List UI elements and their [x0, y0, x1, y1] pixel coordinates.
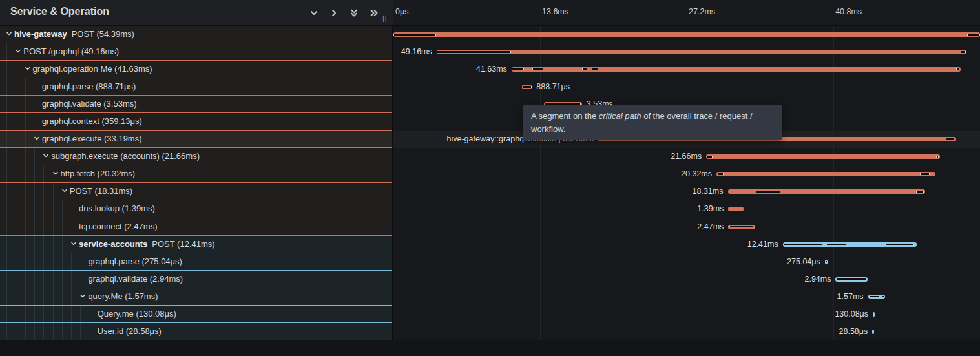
- span-name: Query.me (130.08μs): [0, 306, 393, 322]
- chevron-down-icon[interactable]: [308, 7, 320, 19]
- critical-path-segment: [729, 226, 753, 228]
- critical-path-segment: [920, 173, 930, 175]
- span-name: graphql.validate (3.53ms): [0, 96, 393, 112]
- operation-name: POST (12.41ms): [152, 239, 214, 249]
- chevron-down-icon[interactable]: [52, 166, 61, 183]
- span-name: service-accountsPOST (12.41ms): [0, 236, 393, 253]
- span-bar[interactable]: [872, 330, 874, 334]
- span-duration-label: 275.04μs: [787, 253, 820, 271]
- chevron-down-icon[interactable]: [33, 131, 42, 148]
- span-bar[interactable]: [728, 207, 743, 211]
- axis-tick-label: 27.2ms: [689, 7, 715, 16]
- span-name: http.fetch (20.32ms): [0, 165, 393, 182]
- span-name: graphql.parse (275.04μs): [0, 253, 393, 270]
- critical-path-segment: [393, 34, 436, 36]
- axis-tick-label: 13.6ms: [542, 7, 568, 16]
- span-name-cell: service-accountsPOST (12.41ms): [0, 236, 393, 253]
- critical-path-segment: [916, 191, 924, 193]
- span-duration-label: 2.94ms: [804, 271, 831, 288]
- span-duration-label: 12.41ms: [747, 236, 778, 253]
- span-duration-label: 1.57ms: [837, 288, 864, 306]
- span-name-cell: hive-gatewayPOST (54.39ms): [0, 26, 393, 43]
- critical-path-segment: [523, 86, 531, 88]
- chevron-down-icon[interactable]: [79, 289, 88, 306]
- critical-path-segment: [826, 261, 828, 263]
- span-name-cell: tcp.connect (2.47ms): [0, 218, 393, 236]
- bottom-spacer: [0, 340, 980, 356]
- operation-name: graphql.validate (2.94ms): [88, 274, 183, 284]
- span-bar[interactable]: [437, 50, 967, 54]
- span-name: hive-gatewayPOST (54.39ms): [0, 26, 393, 43]
- span-name-cell: graphql.validate (2.94ms): [0, 271, 393, 288]
- span-name-cell: User.id (28.58μs): [0, 323, 393, 340]
- span-name-cell: POST (18.31ms): [0, 183, 393, 200]
- operation-name: POST /graphql (49.16ms): [23, 47, 119, 56]
- span-bar[interactable]: [868, 295, 885, 299]
- span-name: User.id (28.58μs): [0, 323, 393, 340]
- critical-path-segment: [837, 278, 866, 280]
- span-name-cell: http.fetch (20.32ms): [0, 165, 393, 183]
- span-bar[interactable]: [728, 225, 755, 229]
- span-bar[interactable]: [706, 154, 940, 159]
- critical-path-segment: [885, 244, 914, 246]
- span-duration-label: 888.71μs: [536, 78, 570, 96]
- span-name: POST /graphql (49.16ms): [0, 43, 393, 60]
- span-bar[interactable]: [783, 242, 917, 247]
- tooltip-arrow: [645, 134, 656, 140]
- span-bar[interactable]: [873, 312, 875, 317]
- operation-name: http.fetch (20.32ms): [61, 169, 136, 178]
- critical-path-segment: [718, 173, 723, 175]
- span-bar[interactable]: [522, 85, 532, 89]
- span-name-cell: POST /graphql (49.16ms): [0, 43, 393, 61]
- column-resize-divider[interactable]: [392, 0, 393, 340]
- span-bar[interactable]: [825, 260, 828, 264]
- critical-path-segment: [956, 68, 960, 70]
- column-resize-handle[interactable]: ||: [382, 14, 388, 22]
- span-bar[interactable]: [835, 277, 867, 282]
- span-bar[interactable]: [393, 32, 980, 37]
- span-duration-label: 49.16ms: [401, 43, 432, 61]
- chevron-down-icon[interactable]: [70, 236, 79, 253]
- span-bar[interactable]: [728, 189, 926, 194]
- operation-name: graphql.operation Me (41.63ms): [33, 64, 152, 74]
- operation-name: graphql.parse (275.04μs): [88, 257, 182, 266]
- span-name: tcp.connect (2.47ms): [0, 218, 393, 235]
- operation-name: Query.me (130.08μs): [98, 309, 176, 319]
- chevron-down-icon[interactable]: [61, 183, 70, 200]
- span-rows: hive-gatewayPOST (54.39ms)POST /graphql …: [0, 26, 980, 340]
- axis-tick-label: 0μs: [395, 7, 408, 16]
- chevron-down-icon[interactable]: [5, 26, 14, 43]
- double-chevron-down-icon[interactable]: [348, 7, 360, 19]
- operation-name: subgraph.execute (accounts) (21.66ms): [51, 151, 200, 161]
- critical-path-segment: [532, 68, 544, 70]
- chevron-right-icon[interactable]: [328, 7, 340, 19]
- operation-name: tcp.connect (2.47ms): [79, 222, 157, 231]
- chevron-down-icon[interactable]: [24, 61, 33, 78]
- chevron-down-icon[interactable]: [14, 44, 23, 61]
- operation-name: dns.lookup (1.39ms): [79, 204, 155, 213]
- critical-path-segment: [707, 156, 713, 158]
- operation-name: User.id (28.58μs): [98, 326, 162, 336]
- span-name: graphql.execute (33.19ms): [0, 131, 393, 147]
- span-name-cell: subgraph.execute (accounts) (21.66ms): [0, 148, 393, 165]
- critical-path-segment: [784, 244, 822, 246]
- double-chevron-right-icon[interactable]: [368, 7, 380, 19]
- span-name-cell: graphql.context (359.13μs): [0, 113, 393, 131]
- critical-path-segment: [826, 244, 846, 246]
- span-bar[interactable]: [716, 172, 935, 176]
- span-name-cell: graphql.parse (275.04μs): [0, 253, 393, 271]
- span-bar[interactable]: [512, 67, 961, 72]
- trace-timeline-panel: hive-gatewayPOST (54.39ms)POST /graphql …: [0, 0, 980, 356]
- panel-header: Service & Operation 0μs13.6ms27.2ms40.8m…: [0, 0, 980, 26]
- span-name: graphql.validate (2.94ms): [0, 271, 393, 288]
- span-name: dns.lookup (1.39ms): [0, 200, 393, 217]
- span-name: graphql.operation Me (41.63ms): [0, 61, 393, 78]
- critical-path-segment: [512, 68, 524, 70]
- span-name-cell: graphql.operation Me (41.63ms): [0, 61, 393, 78]
- chevron-down-icon[interactable]: [42, 149, 51, 165]
- span-name: subgraph.execute (accounts) (21.66ms): [0, 148, 393, 165]
- span-duration-label: 1.39ms: [697, 200, 724, 218]
- critical-path-segment: [869, 296, 879, 298]
- span-name-cell: dns.lookup (1.39ms): [0, 200, 393, 218]
- span-name: graphql.parse (888.71μs): [0, 78, 393, 95]
